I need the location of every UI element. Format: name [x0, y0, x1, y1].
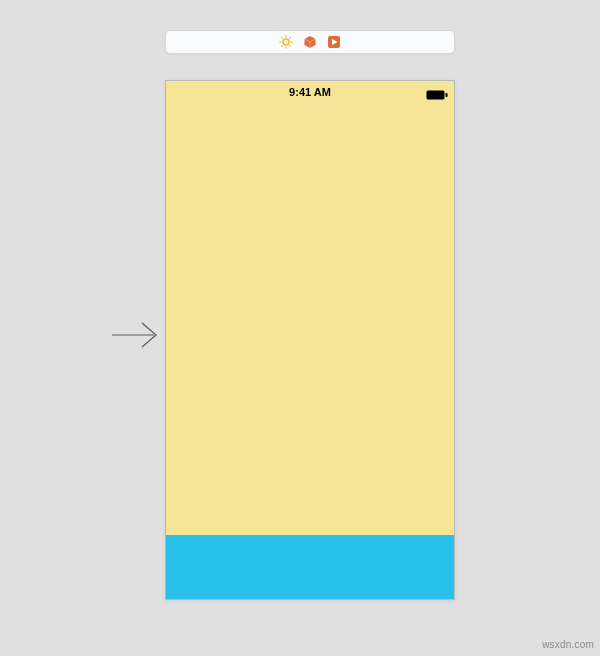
watermark: wsxdn.com — [542, 639, 594, 650]
status-bar: 9:41 AM — [166, 81, 454, 103]
svg-line-7 — [289, 45, 290, 46]
sun-icon[interactable] — [279, 35, 293, 49]
svg-line-9 — [281, 45, 282, 46]
main-content-view[interactable] — [166, 103, 454, 535]
svg-line-6 — [281, 37, 282, 38]
play-in-square-icon[interactable] — [327, 35, 341, 49]
cube-icon[interactable] — [303, 35, 317, 49]
svg-line-8 — [289, 37, 290, 38]
scene-toolbar — [165, 30, 455, 54]
svg-rect-15 — [446, 93, 448, 97]
flow-arrow — [110, 318, 164, 356]
bottom-panel-view[interactable] — [166, 535, 454, 599]
status-time: 9:41 AM — [289, 86, 331, 98]
svg-point-1 — [283, 39, 289, 45]
battery-icon — [426, 86, 448, 104]
storyboard-canvas: 9:41 AM — [165, 30, 455, 630]
svg-rect-14 — [427, 91, 445, 100]
device-frame[interactable]: 9:41 AM — [165, 80, 455, 600]
